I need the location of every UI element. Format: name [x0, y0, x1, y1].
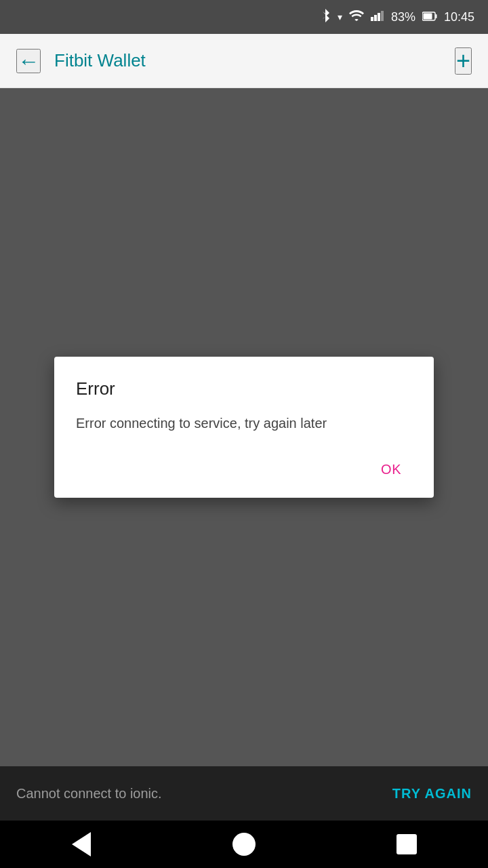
status-bar: ▾ 83% 10:45	[0, 0, 488, 34]
svg-rect-5	[423, 13, 432, 19]
error-dialog: Error Error connecting to service, try a…	[54, 357, 434, 498]
download-icon: ▾	[338, 12, 342, 22]
svg-rect-2	[378, 13, 380, 21]
nav-bar	[0, 821, 488, 868]
signal-icon	[371, 10, 384, 24]
svg-rect-3	[381, 11, 384, 21]
app-title: Fitbit Wallet	[54, 50, 455, 71]
dialog-message: Error connecting to service, try again l…	[76, 413, 412, 433]
try-again-button[interactable]: TRY AGAIN	[392, 786, 472, 802]
nav-home-icon	[232, 833, 256, 856]
svg-rect-6	[435, 14, 436, 18]
wifi-icon	[349, 10, 364, 24]
main-content: Error Error connecting to service, try a…	[0, 88, 488, 766]
battery-icon	[422, 10, 437, 24]
back-button[interactable]: ←	[16, 49, 41, 73]
ok-button[interactable]: OK	[370, 455, 412, 484]
svg-rect-0	[371, 17, 373, 21]
snackbar: Cannot connect to ionic. TRY AGAIN	[0, 766, 488, 821]
nav-recents-icon	[396, 834, 417, 854]
bluetooth-icon	[320, 9, 331, 26]
status-time: 10:45	[444, 10, 474, 24]
app-bar: ← Fitbit Wallet +	[0, 34, 488, 88]
svg-rect-1	[374, 15, 377, 21]
snackbar-message: Cannot connect to ionic.	[16, 786, 162, 802]
nav-recents-button[interactable]	[386, 824, 427, 865]
add-button[interactable]: +	[455, 47, 472, 75]
nav-home-button[interactable]	[224, 824, 264, 865]
dialog-title: Error	[76, 378, 412, 399]
nav-back-button[interactable]	[61, 824, 102, 865]
dialog-actions: OK	[76, 455, 412, 484]
battery-percent: 83%	[391, 10, 415, 24]
nav-back-icon	[72, 832, 91, 856]
